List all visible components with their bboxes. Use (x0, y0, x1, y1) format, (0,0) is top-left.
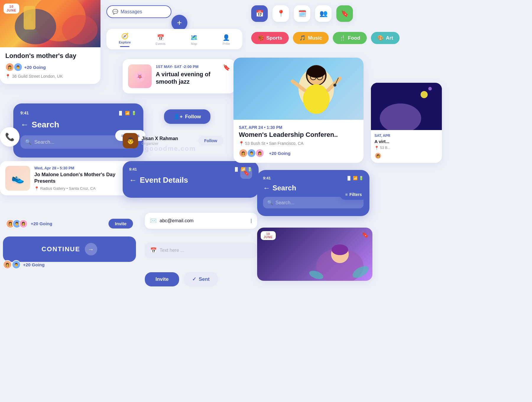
jo-event-image: 👟 (5, 166, 30, 191)
organizer-info: 👨 Jisan X Rahman Organizer (123, 133, 178, 148)
avatar: 👨 (12, 260, 21, 269)
profile-icon: 👤 (223, 34, 230, 41)
battery-icon: 🔋 (359, 176, 364, 180)
events-icon: 📅 (157, 34, 164, 41)
fr-location: 53 B... (380, 146, 390, 150)
search-title: Search (273, 184, 296, 192)
message-icon: 💬 (112, 9, 118, 14)
jo-event-info: Wed, Apr 28 • 5:30 PM Jo Malone London's… (34, 166, 134, 191)
jo-location-row: 📍 Radius Gallery • Santa Cruz, CA (34, 186, 134, 191)
svg-rect-3 (24, 6, 35, 30)
back-arrow-icon[interactable]: ← (129, 176, 137, 185)
calendar2-icon-btn[interactable]: 🗓️ (294, 5, 310, 22)
status-time: 9:41 (129, 167, 137, 171)
text-input-card[interactable]: 📅 Text here ... (145, 242, 257, 258)
status-icons: ▐▌ 📶 🔋 (346, 176, 364, 180)
organizer-details: Jisan X Rahman Organizer (142, 136, 178, 146)
event-image: 10 JUNE (0, 0, 100, 47)
massage-search-bar[interactable]: 💬 Massages (106, 5, 171, 18)
status-bar: 9:41 ▐▌ 📶 🔋 (129, 167, 252, 171)
svg-point-23 (428, 87, 432, 90)
check-icon: ✓ (192, 276, 196, 282)
fr-title: A virt... (374, 139, 438, 144)
avatar: 👩 (239, 149, 248, 158)
avatar: 👩 (255, 149, 264, 158)
people-icon-btn[interactable]: 👥 (315, 5, 332, 22)
event-location: 36 Guild Street London, UK (12, 74, 63, 79)
right-filters-button[interactable]: ≡ Filters (340, 189, 367, 200)
invite-button-lg[interactable]: Invite (145, 272, 179, 286)
calendar-icon-btn[interactable]: 📅 (251, 5, 268, 22)
event-title: London's mother's day (5, 52, 95, 60)
follow-button-sm[interactable]: Follow (198, 136, 223, 145)
svg-point-18 (332, 244, 348, 255)
nav-underline (120, 46, 129, 47)
email-input[interactable] (160, 218, 248, 223)
invite-button[interactable]: Invite (108, 219, 133, 228)
location-icon-btn[interactable]: 📍 (273, 5, 289, 22)
bookmark-icon-btn[interactable]: 🔖 (336, 5, 353, 22)
signal-icon: ▐▌ (234, 167, 239, 171)
leadership-event-card: SAT, APR 24 • 1:30 PM Women's Leadership… (233, 58, 364, 163)
icon-buttons-row: 📅 📍 🗓️ 👥 🔖 (251, 5, 353, 22)
nav-label: Prfile (223, 42, 230, 46)
avatar: 👩 (19, 219, 28, 228)
battery-icon: 🔋 (132, 111, 136, 115)
nav-map[interactable]: 🗺️ Map (190, 34, 198, 46)
music-icon: 🎵 (299, 35, 306, 41)
organizer-role: Organizer (142, 141, 178, 146)
search-title: Search (32, 120, 59, 129)
jazz-date: 1ST MAY- SAT -2:00 PM (156, 64, 230, 69)
music-pill[interactable]: 🎵 Music (293, 32, 329, 44)
avatar: 👨 (14, 63, 22, 72)
nav-explore[interactable]: 🧭 Explore (119, 33, 131, 47)
avatars-going-row: 👩 👨 👩 +20 Going (239, 149, 358, 158)
add-button[interactable]: + (171, 15, 187, 31)
bookmark-button[interactable]: 🔖 (240, 167, 252, 179)
search-text: Massages (121, 9, 142, 14)
art-icon: 🎨 (377, 35, 384, 41)
leadership-info: SAT, APR 24 • 1:30 PM Women's Leadership… (233, 120, 364, 163)
phone-icon-bubble[interactable]: 📞 (0, 127, 20, 147)
nav-profile[interactable]: 👤 Prfile (223, 34, 230, 46)
sent-label: Sent (199, 276, 210, 282)
continue-button[interactable]: CONTINUE → (3, 236, 136, 262)
search-icon: 🔍 (267, 200, 273, 205)
event-illustration (0, 0, 100, 47)
back-arrow-icon[interactable]: ← (263, 184, 270, 192)
follow-button-mid[interactable]: 👤+ Follow (164, 109, 210, 124)
status-bar: 9:41 ▐▌ 📶 🔋 (263, 176, 364, 180)
nav-label: Events (155, 42, 166, 46)
sent-button[interactable]: ✓ Sent (184, 272, 218, 286)
follow-icon: 👤+ (173, 114, 183, 120)
art-pill[interactable]: 🎨 Art (371, 32, 400, 44)
music-label: Music (308, 35, 322, 41)
jo-date: Wed, Apr 28 • 5:30 PM (34, 166, 134, 170)
fr-location-row: 📍 53 B... (374, 146, 438, 150)
avatar: 👩 (374, 152, 382, 159)
svg-point-2 (62, 15, 98, 44)
jazz-event-info: 1ST MAY- SAT -2:00 PM A virtual evening … (156, 64, 230, 85)
location-icon: 📍 (5, 74, 10, 79)
sports-pill[interactable]: 🏀 Sports (251, 32, 289, 44)
signal-icon: ▐▌ (118, 111, 123, 115)
back-arrow-icon[interactable]: ← (20, 120, 29, 129)
mail-icon: ✉️ (150, 218, 157, 224)
cursor: | (251, 218, 252, 223)
wifi-icon: 📶 (353, 176, 358, 180)
organizer-row: 👨 Jisan X Rahman Organizer Follow (123, 133, 223, 148)
text-placeholder: Text here ... (160, 248, 184, 253)
food-label: Food (348, 35, 360, 41)
food-pill[interactable]: 🍴 Food (333, 32, 367, 44)
nav-events[interactable]: 📅 Events (155, 34, 166, 46)
jazz-title: A virtual evening of smooth jazz (156, 71, 230, 85)
invite-sent-row: Invite ✓ Sent (145, 272, 218, 286)
event-illustration (257, 228, 372, 281)
going-count: +20 Going (31, 221, 52, 226)
avatars-row: 👩 👨 👩 +20 Going (6, 219, 52, 228)
status-time: 9:41 (20, 111, 29, 115)
nav-label: Explore (119, 40, 131, 44)
category-pills: 🏀 Sports 🎵 Music 🍴 Food 🎨 Art (251, 32, 400, 44)
location-icon: 📍 (239, 141, 244, 146)
bookmark-icon[interactable]: 🔖 (223, 64, 230, 71)
